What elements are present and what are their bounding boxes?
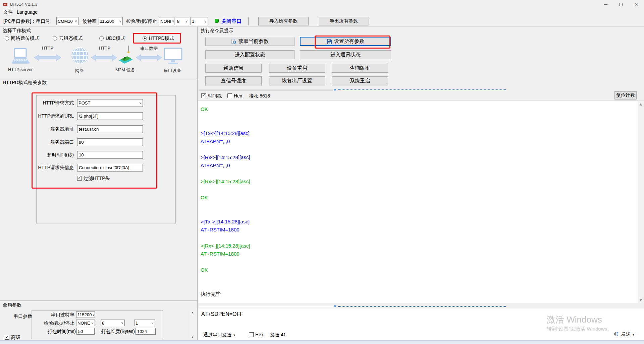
baud-value: 115200 bbox=[100, 19, 114, 24]
http-url-input[interactable] bbox=[77, 112, 143, 120]
databits-select[interactable]: 8∨ bbox=[176, 17, 189, 25]
minimize-button[interactable] bbox=[598, 0, 613, 9]
reset-count-button[interactable]: 复位计数 bbox=[614, 91, 637, 99]
node-label-serial-device: 串口设备 bbox=[164, 68, 181, 74]
gp-baud-select[interactable]: 115200∨ bbox=[76, 311, 95, 318]
chevron-down-icon: ∨ bbox=[91, 321, 94, 325]
query-signal-button[interactable]: 查信号强度 bbox=[205, 76, 262, 85]
global-params-header: 全局参数 bbox=[0, 300, 197, 308]
import-params-button[interactable]: 导入所有参数 bbox=[258, 17, 309, 25]
timeout-label: 超时时间(秒) bbox=[2, 151, 74, 159]
serial-open-led-icon bbox=[215, 19, 219, 23]
toolbar: [PC串口参数]：串口号 COM10∨ 波特率 115200∨ 检验/数据/停止… bbox=[0, 16, 644, 26]
log-line bbox=[201, 202, 635, 210]
radio-httpd[interactable]: HTTPD模式 bbox=[143, 36, 174, 42]
log-line bbox=[201, 145, 635, 153]
log-top-splitter[interactable] bbox=[198, 88, 644, 92]
parity-select[interactable]: NONI∨ bbox=[159, 17, 174, 25]
send-hex-checkbox[interactable]: Hex bbox=[249, 332, 264, 337]
get-params-button[interactable]: 获取当前参数 bbox=[205, 37, 294, 46]
m2m-device-icon bbox=[118, 45, 133, 68]
gp-parity-select[interactable]: NONE∨ bbox=[76, 320, 95, 326]
checkbox-icon bbox=[227, 93, 232, 98]
send-input[interactable]: AT+SDPEN=OFF bbox=[201, 311, 243, 317]
link-label-http1: HTTP bbox=[35, 46, 60, 51]
log-line: >[Rx<-][14:15:28][asc] bbox=[201, 242, 635, 250]
scroll-up-icon[interactable]: ∧ bbox=[638, 101, 644, 107]
checkbox-checked-icon bbox=[77, 176, 82, 181]
help-info-button[interactable]: 帮助信息 bbox=[205, 64, 262, 73]
radio-icon bbox=[53, 36, 57, 41]
send-button[interactable]: 发送▼ bbox=[613, 331, 635, 338]
stopbits-select[interactable]: 1∨ bbox=[191, 17, 208, 25]
scroll-down-icon[interactable]: ∨ bbox=[190, 334, 196, 339]
checkbox-icon bbox=[249, 332, 254, 337]
save-floppy-icon bbox=[327, 39, 332, 44]
globe-icon bbox=[71, 47, 89, 66]
radio-cloud[interactable]: 云组态模式 bbox=[53, 36, 83, 42]
enter-config-button[interactable]: 进入配置状态 bbox=[205, 50, 294, 59]
menu-file[interactable]: 文件 bbox=[3, 9, 13, 15]
log-text: OK>[Tx->][14:15:28][asc]AT+APN=,,,0>[Rx<… bbox=[201, 105, 635, 298]
set-params-button[interactable]: 设置所有参数 bbox=[300, 37, 391, 46]
checkbox-checked-icon bbox=[5, 335, 9, 340]
gp-databits-select[interactable]: 8∨ bbox=[101, 320, 125, 326]
export-params-button[interactable]: 导出所有参数 bbox=[319, 17, 369, 25]
global-params-scrollbar[interactable]: ∧ ∨ bbox=[190, 310, 196, 339]
sent-count-label: 发送:41 bbox=[270, 332, 286, 338]
timeout-input[interactable] bbox=[77, 151, 143, 159]
splitter-arrow-up-icon[interactable] bbox=[334, 88, 336, 90]
advanced-checkbox[interactable]: 高级 bbox=[5, 335, 20, 341]
com-port-select[interactable]: COM10∨ bbox=[56, 17, 78, 25]
advanced-label: 高级 bbox=[11, 335, 20, 340]
close-serial-button[interactable]: 关闭串口 bbox=[221, 18, 241, 24]
caret-down-icon: ▼ bbox=[632, 333, 635, 336]
http-header-input[interactable] bbox=[77, 164, 143, 171]
device-restart-button[interactable]: 设备重启 bbox=[269, 64, 325, 73]
log-scrollbar[interactable]: ∧ ∨ bbox=[638, 101, 644, 303]
filter-http-checkbox[interactable]: 过滤HTTP头 bbox=[77, 176, 110, 182]
baud-select[interactable]: 115200∨ bbox=[99, 17, 123, 25]
parity-value: NONI bbox=[160, 19, 171, 24]
server-addr-input[interactable] bbox=[77, 125, 143, 133]
log-line: AT+RSTIM=1800 bbox=[201, 250, 635, 258]
pack-len-input[interactable] bbox=[136, 328, 156, 335]
get-params-label: 获取当前参数 bbox=[238, 38, 269, 45]
splitter-dots bbox=[338, 89, 506, 90]
log-line: AT+APN=,,,0 bbox=[201, 161, 635, 169]
enter-comm-button[interactable]: 进入通讯状态 bbox=[300, 50, 391, 59]
send-via-dropdown[interactable]: 通过串口发送▼ bbox=[203, 332, 236, 338]
query-version-button[interactable]: 查询版本 bbox=[332, 64, 388, 73]
log-line bbox=[201, 169, 635, 178]
http-method-select[interactable]: POST∨ bbox=[77, 99, 143, 107]
close-button[interactable]: ✕ bbox=[629, 0, 644, 9]
radio-net-transparent[interactable]: 网络透传模式 bbox=[5, 36, 39, 42]
scroll-down-icon[interactable]: ∨ bbox=[638, 297, 644, 302]
menu-language[interactable]: Language bbox=[17, 9, 38, 15]
radio-udc[interactable]: UDC模式 bbox=[99, 36, 125, 42]
log-line bbox=[201, 186, 635, 194]
send-area[interactable]: AT+SDPEN=OFF 通过串口发送▼ Hex 发送:41 激活 Window… bbox=[198, 308, 644, 340]
log-output[interactable]: OK>[Tx->][14:15:28][asc]AT+APN=,,,0>[Rx<… bbox=[198, 100, 644, 303]
recv-count-label: 接收:8618 bbox=[249, 93, 270, 99]
radio-label: UDC模式 bbox=[106, 36, 125, 41]
radio-label: HTTPD模式 bbox=[149, 36, 174, 41]
system-restart-button[interactable]: 系统重启 bbox=[332, 76, 388, 85]
splitter-arrow-down-icon[interactable] bbox=[334, 305, 336, 307]
pack-time-input[interactable] bbox=[76, 328, 95, 335]
scroll-up-icon[interactable]: ∧ bbox=[190, 310, 196, 316]
restore-button[interactable] bbox=[613, 0, 629, 9]
recv-hex-checkbox[interactable]: Hex bbox=[227, 93, 242, 98]
menubar: 文件 Language bbox=[0, 9, 644, 16]
chevron-down-icon: ∨ bbox=[139, 101, 142, 105]
timestamp-checkbox[interactable]: 时间戳 bbox=[201, 93, 222, 99]
send-top-splitter[interactable] bbox=[198, 304, 644, 308]
window-title: DR514 V2.1.3 bbox=[10, 2, 38, 7]
chevron-down-icon: ∨ bbox=[92, 313, 95, 317]
factory-reset-button[interactable]: 恢复出厂设置 bbox=[269, 76, 325, 85]
gp-baud-value: 115200 bbox=[77, 312, 92, 317]
server-port-input[interactable] bbox=[77, 138, 143, 146]
gp-stopbits-select[interactable]: 1∨ bbox=[134, 320, 155, 326]
splitter-ridge bbox=[199, 306, 333, 307]
chevron-down-icon: ∨ bbox=[151, 321, 154, 325]
